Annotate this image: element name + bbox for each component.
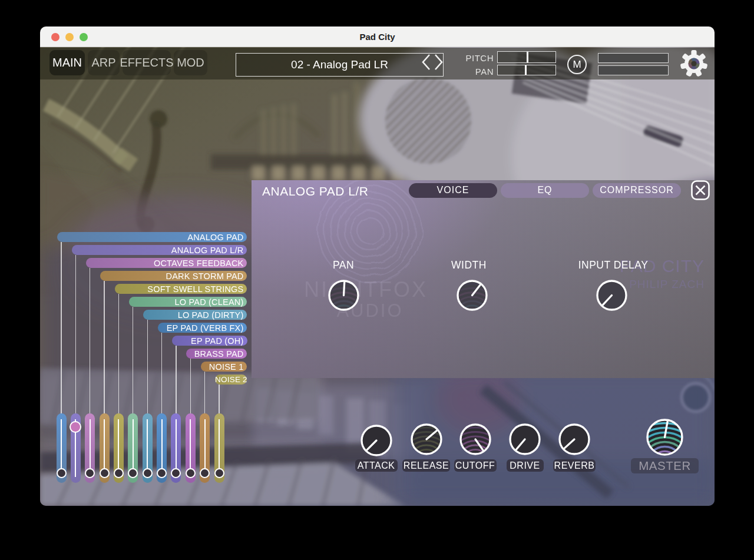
svg-text:NIGHTFOX: NIGHTFOX [304, 277, 428, 301]
svg-text:PHILIP ZACH: PHILIP ZACH [629, 278, 705, 290]
